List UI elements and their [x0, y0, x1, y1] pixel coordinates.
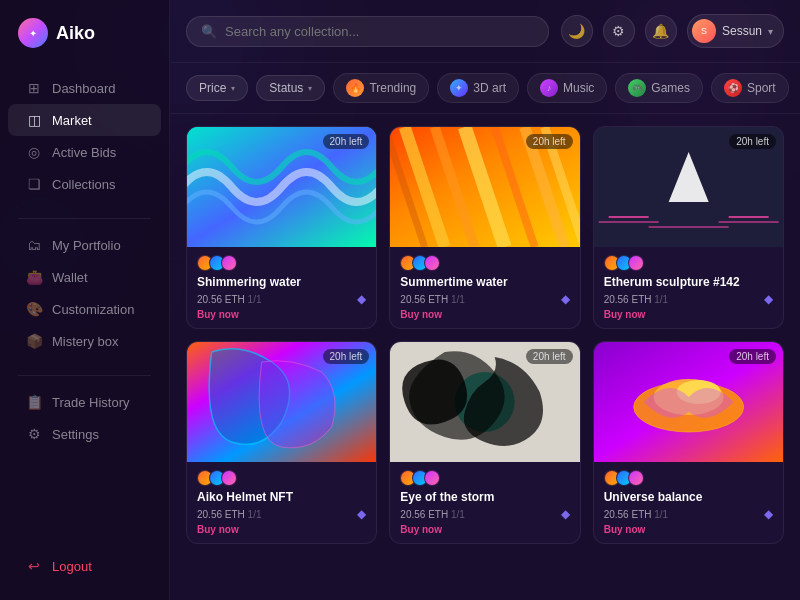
- history-icon: 📋: [26, 394, 42, 410]
- nft-title-6: Universe balance: [604, 490, 773, 504]
- wallet-icon: 👛: [26, 269, 42, 285]
- nft-avatars-6: [604, 470, 773, 486]
- sidebar-section-history: 📋 Trade History ⚙ Settings: [0, 382, 169, 462]
- nft-avatars-3: [604, 255, 773, 271]
- notifications-button[interactable]: 🔔: [645, 15, 677, 47]
- theme-toggle-button[interactable]: 🌙: [561, 15, 593, 47]
- nft-price-row-5: 20.56 ETH 1/1 ◆: [400, 507, 569, 521]
- sidebar-label-trade-history: Trade History: [52, 395, 130, 410]
- nft-card-summertime[interactable]: 20h left Summertime water 20.56 ETH 1/1: [389, 126, 580, 329]
- buy-now-button-1[interactable]: Buy now: [197, 309, 366, 320]
- nft-price-row-4: 20.56 ETH 1/1 ◆: [197, 507, 366, 521]
- sidebar-label-customization: Customization: [52, 302, 134, 317]
- sidebar-item-market[interactable]: ◫ Market: [8, 104, 161, 136]
- nft-image-helmet: 20h left: [187, 342, 376, 462]
- price-filter[interactable]: Price ▾: [186, 75, 248, 101]
- nft-info-2: Summertime water 20.56 ETH 1/1 ◆ Buy now: [390, 247, 579, 328]
- time-badge-1: 20h left: [323, 134, 370, 149]
- buy-now-button-5[interactable]: Buy now: [400, 524, 569, 535]
- category-sport-label: Sport: [747, 81, 776, 95]
- user-badge[interactable]: S Sessun ▾: [687, 14, 784, 48]
- sidebar-label-market: Market: [52, 113, 92, 128]
- sidebar-item-portfolio[interactable]: 🗂 My Portfolio: [8, 229, 161, 261]
- nft-image-summertime: 20h left: [390, 127, 579, 247]
- eth-icon-3: ◆: [764, 292, 773, 306]
- search-bar[interactable]: 🔍: [186, 16, 549, 47]
- settings-icon: ⚙: [26, 426, 42, 442]
- sidebar-item-settings[interactable]: ⚙ Settings: [8, 418, 161, 450]
- nft-price-row-1: 20.56 ETH 1/1 ◆: [197, 292, 366, 306]
- nft-title-2: Summertime water: [400, 275, 569, 289]
- nft-price-4: 20.56 ETH 1/1: [197, 509, 262, 520]
- category-3dart[interactable]: ✦ 3D art: [437, 73, 519, 103]
- category-trending[interactable]: 🔥 Trending: [333, 73, 429, 103]
- category-sport[interactable]: ⚽ Sport: [711, 73, 789, 103]
- buy-now-button-3[interactable]: Buy now: [604, 309, 773, 320]
- logout-button[interactable]: ↩ Logout: [8, 550, 161, 582]
- sidebar-item-trade-history[interactable]: 📋 Trade History: [8, 386, 161, 418]
- sidebar-bottom: ↩ Logout: [0, 550, 169, 582]
- nft-title-5: Eye of the storm: [400, 490, 569, 504]
- bell-icon: 🔔: [652, 23, 669, 39]
- nft-price-1: 20.56 ETH 1/1: [197, 294, 262, 305]
- sidebar-item-collections[interactable]: ❏ Collections: [8, 168, 161, 200]
- eth-icon-4: ◆: [357, 507, 366, 521]
- time-badge-6: 20h left: [729, 349, 776, 364]
- logout-icon: ↩: [26, 558, 42, 574]
- sidebar-item-dashboard[interactable]: ⊞ Dashboard: [8, 72, 161, 104]
- sidebar-label-settings: Settings: [52, 427, 99, 442]
- 3dart-icon: ✦: [450, 79, 468, 97]
- eth-icon-5: ◆: [561, 507, 570, 521]
- nft-card-ethereum[interactable]: 20h left Etherum sculpture #142 20.56 ET…: [593, 126, 784, 329]
- collections-icon: ❏: [26, 176, 42, 192]
- nft-card-shimmering[interactable]: 20h left Shimmering water 20.56 ETH 1/1: [186, 126, 377, 329]
- logo-area: ✦ Aiko: [0, 18, 169, 68]
- sidebar-label-portfolio: My Portfolio: [52, 238, 121, 253]
- buy-now-button-4[interactable]: Buy now: [197, 524, 366, 535]
- nft-owner-avatar: [424, 255, 440, 271]
- buy-now-button-6[interactable]: Buy now: [604, 524, 773, 535]
- sidebar: ✦ Aiko ⊞ Dashboard ◫ Market ◎ Active Bid…: [0, 0, 170, 600]
- nft-info-1: Shimmering water 20.56 ETH 1/1 ◆ Buy now: [187, 247, 376, 328]
- main-content: 🔍 🌙 ⚙ 🔔 S Sessun ▾: [170, 0, 800, 600]
- time-badge-2: 20h left: [526, 134, 573, 149]
- games-icon: 🎮: [628, 79, 646, 97]
- logo-icon: ✦: [18, 18, 48, 48]
- category-games[interactable]: 🎮 Games: [615, 73, 703, 103]
- nft-owner-avatar: [221, 470, 237, 486]
- nft-price-5: 20.56 ETH 1/1: [400, 509, 465, 520]
- category-music-label: Music: [563, 81, 594, 95]
- buy-now-button-2[interactable]: Buy now: [400, 309, 569, 320]
- status-filter[interactable]: Status ▾: [256, 75, 325, 101]
- moon-icon: 🌙: [568, 23, 585, 39]
- search-input[interactable]: [225, 24, 534, 39]
- category-trending-label: Trending: [369, 81, 416, 95]
- avatar: S: [692, 19, 716, 43]
- nft-owner-avatar: [424, 470, 440, 486]
- sidebar-item-customization[interactable]: 🎨 Customization: [8, 293, 161, 325]
- sidebar-item-active-bids[interactable]: ◎ Active Bids: [8, 136, 161, 168]
- box-icon: 📦: [26, 333, 42, 349]
- nft-image-storm: 20h left: [390, 342, 579, 462]
- category-games-label: Games: [651, 81, 690, 95]
- sidebar-item-wallet[interactable]: 👛 Wallet: [8, 261, 161, 293]
- settings-button[interactable]: ⚙: [603, 15, 635, 47]
- nft-grid-container: 20h left Shimmering water 20.56 ETH 1/1: [170, 114, 800, 600]
- header-icons: 🌙 ⚙ 🔔 S Sessun ▾: [561, 14, 784, 48]
- sidebar-item-mistery-box[interactable]: 📦 Mistery box: [8, 325, 161, 357]
- eth-icon-1: ◆: [357, 292, 366, 306]
- time-badge-3: 20h left: [729, 134, 776, 149]
- customization-icon: 🎨: [26, 301, 42, 317]
- nft-image-shimmering: 20h left: [187, 127, 376, 247]
- nft-title-4: Aiko Helmet NFT: [197, 490, 366, 504]
- nft-card-universe[interactable]: 20h left Universe balance 20.56 ETH 1/1: [593, 341, 784, 544]
- nft-price-2: 20.56 ETH 1/1: [400, 294, 465, 305]
- header: 🔍 🌙 ⚙ 🔔 S Sessun ▾: [170, 0, 800, 63]
- nft-info-5: Eye of the storm 20.56 ETH 1/1 ◆ Buy now: [390, 462, 579, 543]
- nft-card-storm[interactable]: 20h left Eye of the storm 20.56 ETH 1/1: [389, 341, 580, 544]
- nft-card-helmet[interactable]: 20h left Aiko Helmet NFT 20.56 ETH 1/1: [186, 341, 377, 544]
- sidebar-divider-1: [18, 218, 151, 219]
- category-music[interactable]: ♪ Music: [527, 73, 607, 103]
- nft-price-3: 20.56 ETH 1/1: [604, 294, 669, 305]
- nft-info-6: Universe balance 20.56 ETH 1/1 ◆ Buy now: [594, 462, 783, 543]
